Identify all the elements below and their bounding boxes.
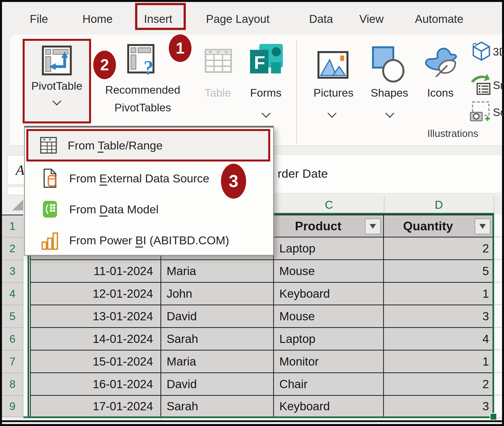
annotation-badge-2: 2 [93,51,116,79]
shapes-label[interactable]: Shapes [368,87,411,99]
annotation-box-insert-tab [135,3,186,30]
cell-D4[interactable]: 1 [384,283,494,305]
screenshot-icon[interactable] [469,100,491,123]
cell-C7[interactable]: Monitor [274,351,384,373]
selection-border-bottom [23,416,494,418]
row-header-9[interactable]: 9 [2,396,23,417]
cell-A4[interactable]: 12-01-2024 [30,283,161,305]
power-bi-icon [40,230,60,250]
filter-arrow-icon [479,224,486,229]
tab-automate[interactable]: Automate [415,12,463,26]
selection-fill-handle[interactable] [490,413,497,420]
row-header-8[interactable]: 8 [2,373,23,396]
menu-item-label: From Table/Range [68,139,163,152]
menu-item-label: From External Data Source [69,172,209,185]
tab-data[interactable]: Data [309,12,333,26]
cell-D1[interactable]: Quantity [384,215,494,237]
cell-A6[interactable]: 14-01-2024 [30,328,161,351]
table-range-icon [39,135,58,156]
cell-B9[interactable]: Sarah [161,396,274,417]
icons-duck-icon[interactable] [421,44,459,81]
cell-C8[interactable]: Chair [274,373,384,396]
chevron-down-icon [52,97,62,106]
shapes-icon[interactable] [370,45,406,83]
pivottable-label: PivotTable [31,80,82,92]
menu-item-label: From Data Model [69,203,158,216]
annotation-badge-3: 3 [221,164,246,199]
cell-C6[interactable]: Laptop [274,328,384,351]
filter-button-product[interactable] [365,219,381,234]
column-E-sliver [494,215,502,418]
filter-button-quantity[interactable] [475,219,490,234]
row-header-5[interactable]: 5 [2,305,23,328]
row-header-2[interactable]: 2 [2,237,23,260]
menu-item-label: From Power BI (ABITBD.COM) [69,234,229,247]
screenshot-label[interactable]: Scr [493,106,504,118]
cell-A9[interactable]: 17-01-2024 [30,396,161,417]
pictures-icon[interactable] [316,48,350,82]
smartart-icon[interactable] [469,73,491,96]
row-header-1[interactable]: 1 [2,215,23,237]
cell-A7[interactable]: 15-01-2024 [30,351,161,373]
cell-D8[interactable]: 2 [384,373,494,396]
cell-D3[interactable]: 5 [384,260,494,283]
row-header-3[interactable]: 3 [2,260,23,283]
recommended-label-line1[interactable]: Recommended [98,84,187,96]
tab-file[interactable]: File [30,12,48,26]
row-header-7[interactable]: 7 [2,351,23,373]
cell-B4[interactable]: John [161,283,274,305]
icons-label[interactable]: Icons [421,87,459,99]
column-header-D[interactable]: D [384,198,494,211]
row-header-4[interactable]: 4 [2,283,23,305]
column-header-separator [384,197,384,213]
svg-text:F: F [254,52,265,73]
cell-D6[interactable]: 4 [384,328,494,351]
table-label: Table [194,87,241,99]
cell-C9[interactable]: Keyboard [274,396,384,417]
selection-border-right [492,213,494,418]
menu-item-from-external-data-source[interactable]: From External Data Source [28,163,209,193]
column-header-separator [494,197,494,213]
forms-icon[interactable]: F [246,41,285,81]
cell-B8[interactable]: David [161,373,274,396]
cell-D7[interactable]: 1 [384,351,494,373]
recommended-pivottables-icon[interactable]: ? [126,42,159,75]
pivottable-icon [40,44,74,77]
cell-C5[interactable]: Mouse [274,305,384,328]
cell-A8[interactable]: 16-01-2024 [30,373,161,396]
excel-window: File Home Insert Page Layout Data View A… [0,0,504,426]
cell-B3[interactable]: Maria [161,260,274,283]
cell-C1[interactable]: Product [274,215,384,237]
tab-page-layout[interactable]: Page Layout [206,12,269,26]
cell-C3[interactable]: Mouse [274,260,384,283]
annotation-badge-1: 1 [169,34,191,62]
external-data-icon [40,168,60,189]
row-header-6[interactable]: 6 [2,328,23,351]
menu-item-from-data-model[interactable]: From Data Model [28,194,158,224]
3d-models-icon[interactable] [472,40,491,62]
cell-B5[interactable]: David [161,305,274,328]
menu-item-from-table-range[interactable]: From Table/Range [26,129,270,162]
cell-D9[interactable]: 3 [384,396,494,417]
pictures-label[interactable]: Pictures [309,87,358,99]
product-header: Product [295,219,342,233]
cell-B6[interactable]: Sarah [161,328,274,351]
tab-view[interactable]: View [359,12,384,26]
cell-B7[interactable]: Maria [161,351,274,373]
select-all-corner[interactable] [12,200,23,210]
cell-C4[interactable]: Keyboard [274,283,384,305]
tab-home[interactable]: Home [82,12,113,26]
cell-A3[interactable]: 11-01-2024 [30,260,161,283]
data-model-icon [40,199,60,220]
column-header-C[interactable]: C [274,198,384,211]
cell-D2[interactable]: 2 [384,237,494,260]
menu-item-from-power-bi[interactable]: From Power BI (ABITBD.COM) [28,225,229,255]
pivottable-button[interactable]: PivotTable [23,39,91,123]
cell-A5[interactable]: 13-01-2024 [30,305,161,328]
smartart-label[interactable]: Sm [493,79,504,91]
cell-C2[interactable]: Laptop [274,237,384,260]
3d-models-label[interactable]: 3D [493,46,504,58]
forms-label[interactable]: Forms [246,87,285,99]
recommended-label-line2[interactable]: PivotTables [98,101,187,114]
cell-D5[interactable]: 3 [384,305,494,328]
